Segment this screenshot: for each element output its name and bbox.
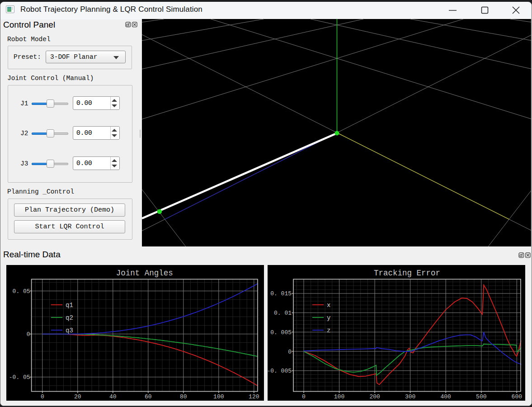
- svg-text:400: 400: [440, 393, 451, 400]
- svg-text:20: 20: [74, 393, 81, 400]
- svg-text:0: 0: [41, 393, 44, 400]
- svg-text:-0. 05: -0. 05: [9, 374, 30, 381]
- svg-text:q3: q3: [66, 327, 73, 334]
- svg-text:0. 005: 0. 005: [270, 329, 292, 336]
- svg-text:0: 0: [27, 331, 30, 338]
- svg-text:q2: q2: [66, 314, 73, 322]
- svg-text:Joint Angles: Joint Angles: [116, 269, 173, 278]
- svg-text:40: 40: [109, 393, 117, 400]
- svg-text:z: z: [327, 327, 330, 334]
- svg-text:0: 0: [302, 393, 306, 400]
- svg-text:x: x: [327, 302, 330, 309]
- svg-text:100: 100: [213, 393, 224, 400]
- svg-text:120: 120: [249, 393, 259, 400]
- svg-text:200: 200: [369, 393, 380, 400]
- svg-text:60: 60: [145, 393, 152, 400]
- svg-text:80: 80: [180, 393, 187, 400]
- svg-text:0: 0: [288, 349, 292, 355]
- svg-text:600: 600: [512, 393, 522, 400]
- svg-text:100: 100: [334, 393, 344, 400]
- svg-text:q1: q1: [66, 302, 73, 309]
- svg-text:0. 015: 0. 015: [270, 290, 292, 297]
- svg-text:Tracking Error: Tracking Error: [374, 269, 440, 278]
- svg-text:y: y: [327, 314, 330, 322]
- svg-text:0. 01: 0. 01: [274, 310, 292, 317]
- svg-text:-0. 005: -0. 005: [267, 368, 292, 374]
- svg-text:500: 500: [476, 393, 486, 400]
- svg-text:300: 300: [405, 393, 415, 400]
- svg-text:0. 05: 0. 05: [13, 288, 30, 295]
